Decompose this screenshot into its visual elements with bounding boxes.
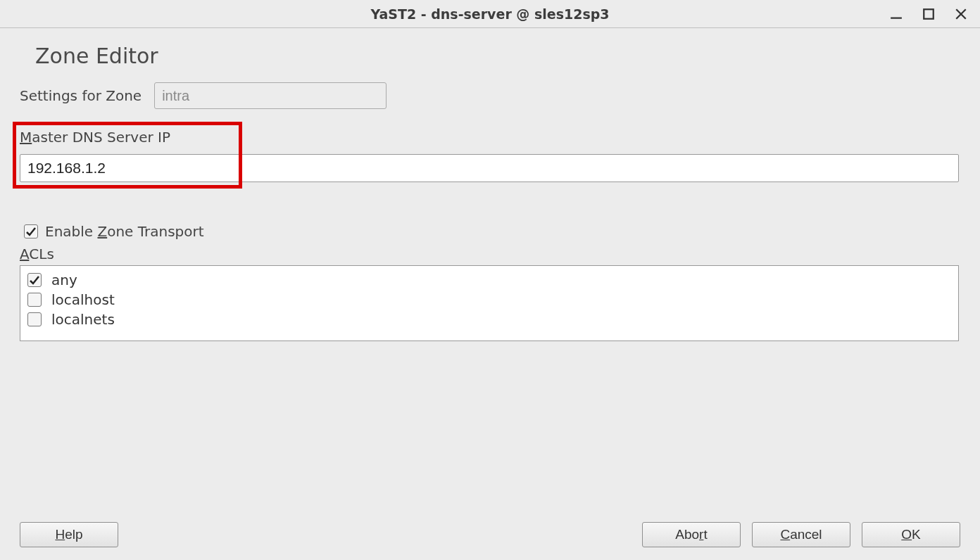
- zone-label: Settings for Zone: [20, 87, 142, 104]
- window-title: YaST2 - dns-server @ sles12sp3: [370, 6, 609, 22]
- enable-zone-transport-row[interactable]: Enable Zone Transport: [24, 223, 960, 240]
- close-icon[interactable]: [955, 8, 967, 20]
- acl-item-label: localnets: [51, 311, 115, 328]
- abort-button[interactable]: Abort: [642, 522, 741, 547]
- content-area: Zone Editor Settings for Zone Master DNS…: [0, 28, 980, 341]
- acl-item-label: any: [51, 272, 77, 288]
- ok-button[interactable]: OK: [862, 522, 960, 547]
- page-title: Zone Editor: [35, 44, 960, 68]
- acl-item-label: localhost: [51, 291, 115, 308]
- acls-label: ACLs: [20, 246, 960, 262]
- footer: Help Abort Cancel OK: [20, 522, 960, 547]
- window-controls: [890, 0, 967, 27]
- master-ip-input[interactable]: [20, 154, 959, 182]
- footer-right: Abort Cancel OK: [642, 522, 960, 547]
- master-ip-label: Master DNS Server IP: [20, 129, 170, 146]
- enable-zone-transport-label: Enable Zone Transport: [45, 223, 204, 240]
- zone-input: [154, 82, 387, 109]
- acl-checkbox-localnets[interactable]: [27, 312, 42, 326]
- maximize-icon[interactable]: [922, 8, 935, 20]
- master-ip-section: Master DNS Server IP: [20, 129, 960, 192]
- acls-list[interactable]: any localhost localnets: [20, 265, 959, 341]
- acl-checkbox-localhost[interactable]: [27, 293, 42, 307]
- enable-zone-transport-checkbox[interactable]: [24, 224, 38, 238]
- zone-row: Settings for Zone: [20, 82, 960, 109]
- list-item[interactable]: localhost: [27, 290, 951, 310]
- help-button[interactable]: Help: [20, 522, 118, 547]
- window-titlebar: YaST2 - dns-server @ sles12sp3: [0, 0, 980, 28]
- list-item[interactable]: any: [27, 270, 951, 290]
- svg-rect-1: [924, 9, 934, 19]
- cancel-button[interactable]: Cancel: [752, 522, 850, 547]
- svg-rect-0: [891, 17, 902, 18]
- list-item[interactable]: localnets: [27, 310, 951, 329]
- acl-checkbox-any[interactable]: [27, 273, 42, 287]
- minimize-icon[interactable]: [890, 8, 903, 20]
